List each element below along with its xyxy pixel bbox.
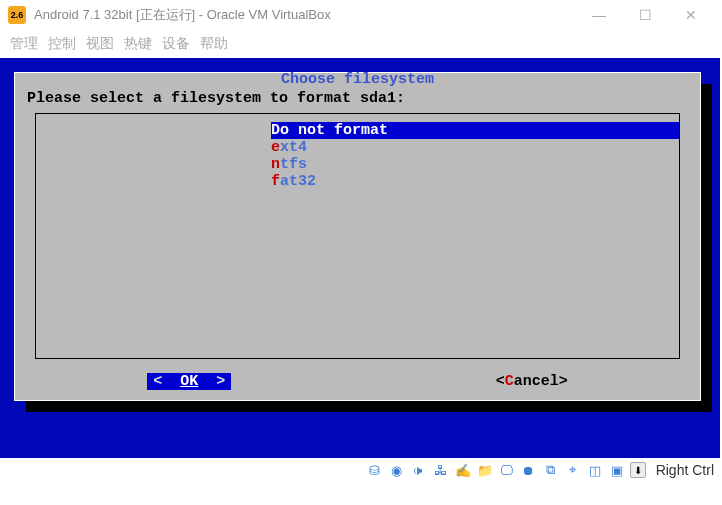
usb-icon[interactable]: ✍	[454, 462, 472, 478]
menu-manage[interactable]: 管理	[10, 35, 38, 53]
menu-help[interactable]: 帮助	[200, 35, 228, 53]
hdd-icon[interactable]: ⛁	[366, 462, 384, 478]
dialog-prompt: Please select a filesystem to format sda…	[15, 88, 700, 109]
menu-view[interactable]: 视图	[86, 35, 114, 53]
option-fat32[interactable]: fat32	[271, 173, 679, 190]
filesystem-dialog: Choose filesystem Please select a filesy…	[14, 72, 701, 401]
clip-icon[interactable]: ⧉	[542, 462, 560, 478]
maximize-button[interactable]: ☐	[622, 0, 668, 30]
minimize-button[interactable]: —	[576, 0, 622, 30]
menu-device[interactable]: 设备	[162, 35, 190, 53]
net-icon[interactable]: 🖧	[432, 462, 450, 478]
close-button[interactable]: ✕	[668, 0, 714, 30]
dialog-title: Choose filesystem	[15, 71, 700, 88]
cpu-icon[interactable]: ▣	[608, 462, 626, 478]
options-list: Do not format ext4 ntfs fat32	[35, 113, 680, 359]
option-do-not-format[interactable]: Do not format	[271, 122, 679, 139]
option-ext4[interactable]: ext4	[271, 139, 679, 156]
option-ntfs[interactable]: ntfs	[271, 156, 679, 173]
host-key-icon: ⬇	[630, 462, 646, 478]
menu-hotkey[interactable]: 热键	[124, 35, 152, 53]
vm-window: 2.6 Android 7.1 32bit [正在运行] - Oracle VM…	[0, 0, 722, 482]
mouse-icon[interactable]: ⌖	[564, 462, 582, 478]
cancel-button[interactable]: <Cancel>	[496, 373, 568, 390]
titlebar[interactable]: 2.6 Android 7.1 32bit [正在运行] - Oracle VM…	[0, 0, 722, 30]
window-controls: — ☐ ✕	[576, 0, 714, 30]
window-icon[interactable]: ◫	[586, 462, 604, 478]
display-icon[interactable]: 🖵	[498, 462, 516, 478]
app-icon: 2.6	[8, 6, 26, 24]
shared-icon[interactable]: 📁	[476, 462, 494, 478]
menu-control[interactable]: 控制	[48, 35, 76, 53]
menubar: 管理 控制 视图 热键 设备 帮助	[0, 30, 722, 58]
window-title: Android 7.1 32bit [正在运行] - Oracle VM Vir…	[34, 6, 576, 24]
record-icon[interactable]: ⏺	[520, 462, 538, 478]
guest-screen: Choose filesystem Please select a filesy…	[0, 58, 720, 458]
host-key-label: Right Ctrl	[656, 462, 714, 478]
ok-button[interactable]: < OK >	[147, 373, 231, 390]
optical-icon[interactable]: ◉	[388, 462, 406, 478]
statusbar: ⛁ ◉ 🕩 🖧 ✍ 📁 🖵 ⏺ ⧉ ⌖ ◫ ▣ ⬇ Right Ctrl	[0, 458, 722, 482]
dialog-buttons: < OK > <Cancel>	[15, 367, 700, 400]
audio-icon[interactable]: 🕩	[410, 462, 428, 478]
